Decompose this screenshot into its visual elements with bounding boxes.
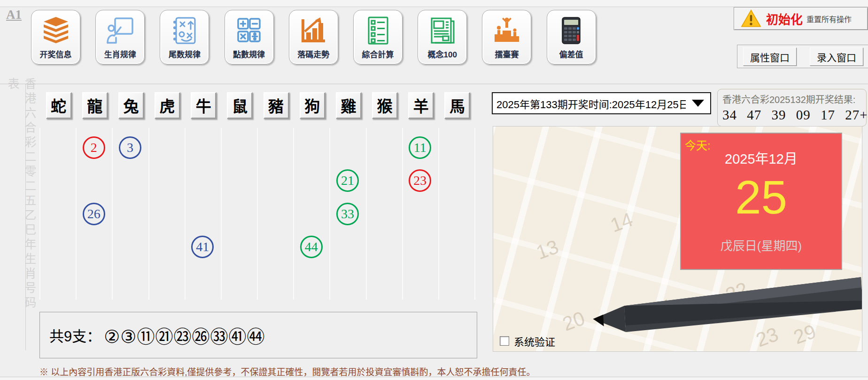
grid-column-line bbox=[148, 128, 149, 300]
grid-column-line bbox=[366, 128, 367, 300]
period-dropdown[interactable]: 2025年第133期开奖时间:2025年12月25日(星期四) bbox=[492, 92, 711, 114]
zodiac-button-9[interactable]: 雞 bbox=[336, 92, 362, 119]
zodiac-button-7[interactable]: 豬 bbox=[264, 92, 289, 119]
summary-count-label: 共9支： bbox=[49, 325, 101, 346]
app-window: { "logo": "A1", "toolbar": [ {"label": "… bbox=[0, 0, 868, 380]
today-day-detail: 戊辰日(星期四) bbox=[681, 236, 841, 253]
toolbar-button-label: 偏差值 bbox=[559, 48, 583, 60]
toolbar-separator bbox=[0, 84, 868, 84]
grid-column-line bbox=[474, 128, 475, 300]
left-vertical-caption: 香港六合彩二零二五乙巳年生肖号码表 bbox=[4, 78, 38, 322]
calendar-photo-panel: 131420212223293 今天: 2025年12月 25 戊辰日(星期四)… bbox=[493, 126, 862, 352]
toolbar-button-label: 生肖规律 bbox=[104, 48, 136, 60]
zodiac-button-8[interactable]: 狗 bbox=[300, 92, 326, 119]
checklist-icon bbox=[362, 14, 395, 47]
zodiac-button-2[interactable]: 龍 bbox=[82, 92, 108, 119]
system-verify-label: 系统验证 bbox=[514, 333, 555, 348]
books-icon bbox=[39, 14, 72, 47]
draw-result-panel: 香港六合彩2025132期开奖结果: 34 47 39 09 17 27+46 bbox=[717, 89, 867, 127]
number-ball-3: 3 bbox=[119, 136, 141, 159]
system-verify-checkbox[interactable] bbox=[500, 336, 509, 346]
today-month: 2025年12月 bbox=[681, 148, 841, 167]
presenter-icon bbox=[104, 14, 137, 47]
grid-column-line bbox=[257, 128, 258, 300]
summary-box: 共9支： ②③⑪㉑㉓㉖㉝㊶㊹ bbox=[39, 312, 477, 358]
zodiac-button-1[interactable]: 蛇 bbox=[46, 92, 72, 119]
toolbar-button-math-grid[interactable]: 點數規律 bbox=[225, 10, 274, 64]
number-ball-21: 21 bbox=[336, 169, 359, 192]
today-day-number: 25 bbox=[681, 170, 841, 224]
strategy-icon bbox=[168, 14, 201, 47]
toolbar-button-label: 开奖信息 bbox=[40, 48, 72, 60]
grid-column-line bbox=[402, 128, 403, 300]
grid-column-line bbox=[112, 128, 113, 300]
today-card: 今天: 2025年12月 25 戊辰日(星期四) bbox=[680, 133, 842, 270]
number-ball-33: 33 bbox=[336, 203, 359, 225]
properties-window-button[interactable]: 属性窗口 bbox=[743, 48, 797, 66]
zodiac-button-10[interactable]: 猴 bbox=[372, 92, 398, 119]
grid-column-line bbox=[76, 128, 77, 300]
left-frame-line bbox=[25, 84, 26, 350]
grid-column-line bbox=[293, 128, 294, 300]
zodiac-button-4[interactable]: 虎 bbox=[155, 92, 180, 119]
initialize-label: 初始化 bbox=[766, 10, 803, 27]
initialize-subtext: 重置所有操作 bbox=[806, 13, 852, 24]
toolbar-button-checklist[interactable]: 綜合計算 bbox=[353, 10, 403, 64]
number-ball-26: 26 bbox=[83, 203, 105, 225]
toolbar-button-label: 尾数规律 bbox=[169, 48, 201, 60]
zodiac-button-3[interactable]: 兔 bbox=[118, 92, 144, 119]
summary-numbers: ②③⑪㉑㉓㉖㉝㊶㊹ bbox=[104, 322, 265, 348]
number-ball-44: 44 bbox=[300, 236, 323, 258]
bar-chart-icon bbox=[297, 14, 330, 47]
draw-result-title: 香港六合彩2025132期开奖结果: bbox=[722, 92, 866, 106]
window-top-strip bbox=[0, 0, 868, 7]
toolbar-button-strategy[interactable]: 尾数规律 bbox=[160, 10, 209, 64]
grid-column-line bbox=[438, 128, 439, 300]
number-ball-2: 2 bbox=[83, 136, 105, 159]
warning-icon bbox=[741, 9, 761, 28]
toolbar-button-presenter[interactable]: 生肖规律 bbox=[95, 10, 145, 64]
number-ball-41: 41 bbox=[191, 236, 214, 258]
toolbar-button-label: 綜合計算 bbox=[362, 48, 394, 60]
window-buttons-group: 属性窗口 录入窗口 bbox=[737, 45, 868, 68]
zodiac-button-11[interactable]: 羊 bbox=[408, 92, 434, 119]
number-ball-23: 23 bbox=[409, 169, 431, 192]
toolbar-button-label: 擂臺賽 bbox=[495, 48, 519, 60]
newspaper-icon bbox=[426, 14, 459, 47]
draw-result-numbers: 34 47 39 09 17 27+46 bbox=[722, 107, 866, 123]
system-verify-row[interactable]: 系统验证 bbox=[500, 333, 555, 348]
zodiac-button-6[interactable]: 鼠 bbox=[227, 92, 253, 119]
grid-column-line bbox=[39, 128, 40, 300]
toolbar-button-label: 點數規律 bbox=[233, 48, 265, 60]
grid-column-line bbox=[185, 128, 186, 300]
app-logo: A1 bbox=[6, 8, 22, 22]
toolbar-button-calculator[interactable]: 偏差值 bbox=[547, 10, 596, 64]
zodiac-button-5[interactable]: 牛 bbox=[191, 92, 217, 119]
toolbar-button-label: 落碼走勢 bbox=[297, 48, 329, 60]
initialize-button[interactable]: 初始化 重置所有操作 bbox=[734, 7, 868, 30]
dropdown-arrow-button[interactable] bbox=[686, 93, 710, 113]
podium-icon bbox=[490, 14, 523, 47]
entry-window-button[interactable]: 录入窗口 bbox=[810, 48, 863, 66]
toolbar-button-newspaper[interactable]: 概念100 bbox=[418, 10, 467, 64]
zodiac-button-12[interactable]: 馬 bbox=[444, 92, 470, 119]
toolbar-button-podium[interactable]: 擂臺賽 bbox=[482, 10, 531, 64]
toolbar-button-label: 概念100 bbox=[428, 48, 457, 60]
disclaimer-text: ※ 以上內容引用香港正版六合彩資料,僅提供參考，不保證其正確性，閱覽者若用於投資… bbox=[39, 365, 535, 378]
calculator-icon bbox=[555, 14, 588, 47]
period-dropdown-value: 2025年第133期开奖时间:2025年12月25日(星期四) bbox=[496, 96, 711, 111]
math-grid-icon bbox=[232, 14, 265, 47]
grid-column-line bbox=[221, 128, 222, 300]
number-ball-11: 11 bbox=[409, 136, 431, 159]
grid-column-line bbox=[329, 128, 330, 300]
toolbar-button-books[interactable]: 开奖信息 bbox=[31, 10, 80, 64]
toolbar-button-bar-chart[interactable]: 落碼走勢 bbox=[289, 10, 338, 64]
chevron-down-icon bbox=[692, 100, 704, 107]
